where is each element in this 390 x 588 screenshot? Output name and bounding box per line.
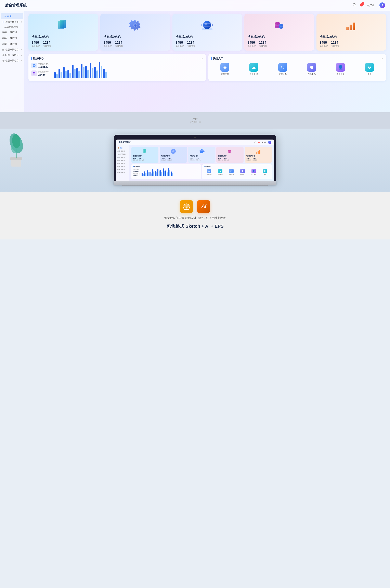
bar-light: [69, 73, 71, 78]
stat-value-3b: 1234: [187, 41, 195, 45]
svg-text:S: S: [186, 205, 187, 208]
laptop-camera: [195, 137, 195, 138]
data-stat-icon-1: [31, 63, 37, 68]
brand-subtitle: 原创设计师: [190, 121, 201, 124]
module-stats-3: 3456 表目名称 1234 表目名称: [176, 41, 239, 47]
sidebar-group-2[interactable]: 标题一级栏目 ∨: [0, 47, 24, 52]
laptop-sidebar-6: 标题一级栏目: [116, 165, 129, 168]
module-name-3: 功能模块名称: [176, 35, 239, 39]
user-menu[interactable]: 用户名: [367, 2, 385, 8]
bar-dark: [90, 63, 92, 78]
sidebar-item-home[interactable]: 首页: [1, 13, 23, 19]
bar-dark: [63, 67, 65, 78]
module-card-4[interactable]: 功能模块名称 3456 表目名称 1234 表目名称: [244, 14, 314, 50]
search-icon[interactable]: [352, 3, 356, 7]
quick-icon-0: ◈: [220, 63, 229, 72]
sidebar-group-3[interactable]: 标题一级栏目 ∨: [0, 52, 24, 58]
main-layout: 首页 标题一级栏目 ∨ 二级栏目标题 标题一级栏目 标题一级栏目 标题一级栏目: [0, 11, 390, 112]
svg-point-42: [254, 141, 256, 143]
data-center-content: 交易笔数(笔) 453,895 产品数量(个) 23456: [31, 63, 203, 78]
laptop-logo: 后台管理系统: [119, 141, 131, 144]
laptop-sidebar: 🏠 首页 标题一级栏目 二级栏目标题 标题一级栏目 标题一级栏目 标题一级栏目 …: [116, 145, 129, 181]
sidebar-item-4[interactable]: 标题一级栏目: [0, 41, 24, 47]
module-card-5[interactable]: 功能模块名称 3456 表目名称 1234 表目名称: [316, 14, 386, 50]
sidebar-group-1[interactable]: 标题一级栏目 ∨: [0, 19, 24, 25]
module-stats-2: 3456 表目名称 1234 表目名称: [103, 41, 167, 47]
module-card-1[interactable]: 功能模块名称 3456 表目名称 1234 表目名称: [28, 14, 98, 50]
quick-item-2[interactable]: ⬡智慧设备: [269, 63, 296, 76]
bottom-panels: 数据中心 » 交易笔数(笔) 453,: [28, 54, 386, 81]
laptop-cards: 功能模块名称 3456表目名称 1234表目名称 功能模块名称: [131, 147, 272, 163]
svg-rect-55: [259, 150, 260, 154]
module-card-2[interactable]: 功能模块名称 3456 表目名称 1234 表目名称: [100, 14, 170, 50]
bar-dark: [94, 67, 96, 78]
quick-icon-3: ⬟: [307, 63, 316, 72]
notification-bell[interactable]: 2: [359, 3, 363, 8]
ai-icon: Ai: [197, 200, 210, 213]
bottom-tagline: 源文件全部矢量 原创设计-菠萝，可使用以上软件: [164, 216, 226, 220]
stat-value-4a: 3456: [248, 41, 256, 45]
data-center-title: 数据中心: [31, 57, 44, 60]
laptop-card-4: 功能模块名称 3456表目名称 1234表目名称: [216, 147, 243, 163]
svg-point-8: [3, 60, 4, 61]
stat-label-1a: 表目名称: [32, 45, 40, 47]
divider-section: 菠萝 原创设计师: [0, 112, 390, 129]
quick-item-5[interactable]: ⚙设置: [356, 63, 383, 76]
svg-rect-26: [346, 27, 349, 30]
svg-point-2: [382, 4, 383, 5]
data-stat-1: 交易笔数(笔) 453,895: [31, 63, 51, 68]
bar-dark: [72, 65, 74, 78]
laptop-bar-group: [163, 168, 165, 176]
laptop-sidebar-2: 二级栏目标题: [116, 153, 129, 156]
laptop-bar-group: [171, 171, 173, 176]
laptop-header: 后台管理系统 用户名: [116, 139, 274, 145]
stat-label-4a: 表目名称: [248, 45, 256, 47]
svg-rect-53: [256, 152, 257, 154]
quick-item-1[interactable]: ☁云上数据: [240, 63, 267, 76]
laptop-bar-group: [144, 171, 146, 176]
laptop-card-icon-1: [142, 148, 148, 154]
laptop-bar-group: [168, 168, 170, 176]
module-stats-5: 3456 表目名称 1234 表目名称: [320, 41, 383, 47]
laptop-base: [114, 181, 276, 185]
sidebar-item-3[interactable]: 标题一级栏目: [0, 35, 24, 41]
svg-rect-4: [4, 21, 4, 22]
data-stat-icon-2: [31, 70, 37, 76]
top-dashboard-section: 后台管理系统 2 用户名: [0, 0, 390, 112]
stat-label-2a: 表目名称: [103, 45, 112, 47]
laptop-screen: 后台管理系统 用户名 🏠 首页 标题一级栏目 二级栏目标题 标题一级栏目: [116, 139, 274, 181]
sidebar-home-label: 首页: [7, 14, 12, 18]
svg-rect-6: [4, 22, 4, 23]
laptop-bar-group: [155, 171, 157, 176]
laptop: 后台管理系统 用户名 🏠 首页 标题一级栏目 二级栏目标题 标题一级栏目: [114, 135, 276, 186]
quick-access-more[interactable]: »: [381, 57, 383, 60]
header: 后台管理系统 2 用户名: [0, 0, 390, 11]
bar-light: [101, 66, 102, 78]
data-center-more[interactable]: »: [201, 57, 203, 60]
svg-rect-33: [34, 72, 35, 73]
bar-chart: [54, 64, 203, 78]
module-name-5: 功能模块名称: [320, 35, 383, 39]
bottom-section: S Ai 源文件全部矢量 原创设计-菠萝，可使用以上软件 包含格式 Sketch…: [0, 192, 390, 239]
laptop-card-2: 功能模块名称 3456表目名称 1234表目名称: [160, 147, 187, 163]
stat-value-1b: 1234: [43, 41, 51, 45]
quick-item-3[interactable]: ⬟产品中心: [298, 63, 325, 76]
stat-label-1b: 表目名称: [43, 45, 51, 47]
user-avatar: [380, 2, 385, 8]
sidebar-item-2[interactable]: 标题一级栏目: [0, 29, 24, 35]
module-icon-area-1: [32, 17, 95, 34]
module-icon-area-2: [103, 17, 167, 34]
module-stats-4: 3456 表目名称 1234 表目名称: [248, 41, 311, 47]
module-card-3[interactable]: 功能模块名称 3456 表目名称 1234 表目名称: [172, 14, 242, 50]
bar-light: [65, 71, 67, 78]
quick-access-items: ◈智慧产品☁云上数据⬡智慧设备⬟产品中心👤个人信息⚙设置: [211, 63, 383, 76]
sidebar-group-4[interactable]: 标题一级栏目 ∨: [0, 58, 24, 63]
header-right: 2 用户名: [352, 2, 385, 8]
svg-rect-12: [61, 23, 64, 23]
quick-item-0[interactable]: ◈智慧产品: [211, 63, 239, 76]
quick-item-4[interactable]: 👤个人信息: [327, 63, 354, 76]
svg-rect-31: [353, 22, 355, 22]
sidebar-subitem-1[interactable]: 二级栏目标题: [0, 25, 24, 29]
bar-group: [90, 63, 94, 78]
app-logo: 后台管理系统: [5, 3, 27, 8]
